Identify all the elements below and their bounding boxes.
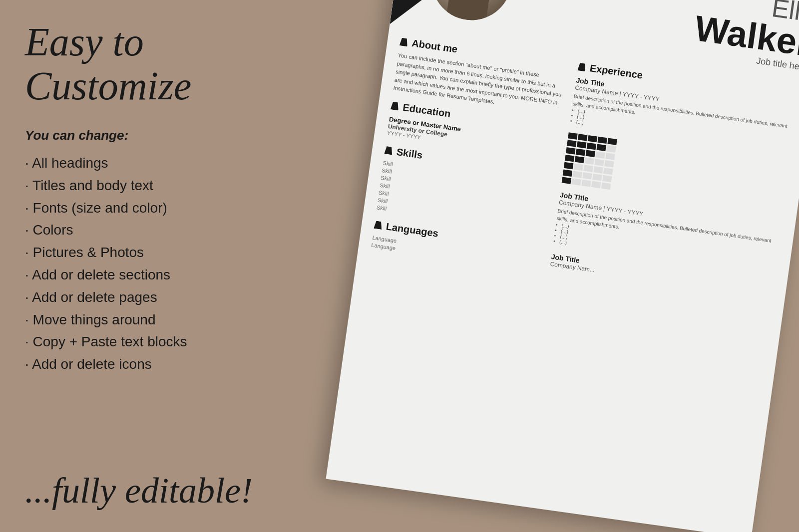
grid-cell-filled [607,138,617,145]
grid-cell-filled [586,150,595,157]
grid-cell-filled [588,135,597,142]
resume-right-column: Experience Job Title Company Name | YYYY… [548,61,799,307]
skills-title: Skills [396,146,423,161]
name-area: Ella Walker Job title here [691,0,799,73]
feature-item: Move things around [25,309,255,331]
feature-item: Copy + Paste text blocks [25,331,255,353]
grid-cell-filled [562,177,571,184]
grid-cell-filled [576,149,585,156]
grid-cell-filled [564,162,573,169]
grid-cell-empty [573,171,582,178]
grid-cell-empty [603,168,613,175]
grid-cell-empty [582,172,592,179]
grid-cell-filled [587,143,596,150]
feature-item: Colors [25,219,255,242]
grid-cell-filled [596,144,606,151]
grid-cell-empty [574,164,583,171]
grid-cell-empty [605,153,615,160]
grid-cell-filled [598,137,607,144]
languages-title: Languages [386,221,439,239]
skills-section: Skills Skill Skill Skill Skill Skill Ski… [376,144,553,234]
education-icon [391,101,400,110]
grid-cell-empty [593,166,603,173]
grid-cell-empty [571,178,581,185]
feature-item: Add or delete icons [25,353,255,376]
skills-icon [384,146,393,155]
experience-icon [577,62,586,71]
education-title: Education [402,101,451,119]
grid-cell-filled [566,147,575,154]
resume-card: Resume Ella Walker Job title here About … [326,0,799,532]
grid-cell-filled [563,170,572,177]
feature-item: Add or delete pages [25,286,255,309]
skills-grid-col [562,132,617,190]
grid-cell-empty [602,175,612,182]
grid-cell-empty [585,157,594,164]
grid-cell-empty [594,159,604,166]
grid-cell-empty [583,165,593,172]
grid-cell-filled [567,140,576,147]
languages-icon [374,221,383,230]
grid-cell-filled [578,134,587,141]
grid-cell-empty [604,160,614,167]
grid-cell-filled [565,155,574,162]
feature-item: Fonts (size and color) [25,197,255,220]
feature-item: Titles and body text [25,175,255,197]
grid-cell-filled [568,132,577,139]
experience-section: Experience Job Title Company Name | YYYY… [550,61,799,299]
about-title: About me [411,37,458,55]
left-panel: Easy to Customize You can change: All he… [0,0,280,532]
grid-cell-empty [581,180,591,187]
grid-cell-empty [591,181,601,188]
grid-cell-filled [575,156,584,163]
grid-cell-filled [577,141,586,148]
footer-text: ...fully editable! [25,469,255,512]
about-icon [400,37,408,46]
main-title: Easy to Customize [25,20,255,108]
resume-left-column: About me You can include the section "ab… [371,36,569,275]
grid-cell-empty [595,151,605,158]
experience-title: Experience [589,62,644,81]
feature-list: All headings Titles and body text Fonts … [25,152,255,376]
grid-cell-empty [606,145,616,152]
grid-cell-empty [601,183,611,190]
feature-item: All headings [25,152,255,175]
feature-item: Pictures & Photos [25,242,255,264]
feature-item: Add or delete sections [25,264,255,286]
subtitle: You can change: [25,128,255,143]
grid-cell-empty [592,174,602,181]
